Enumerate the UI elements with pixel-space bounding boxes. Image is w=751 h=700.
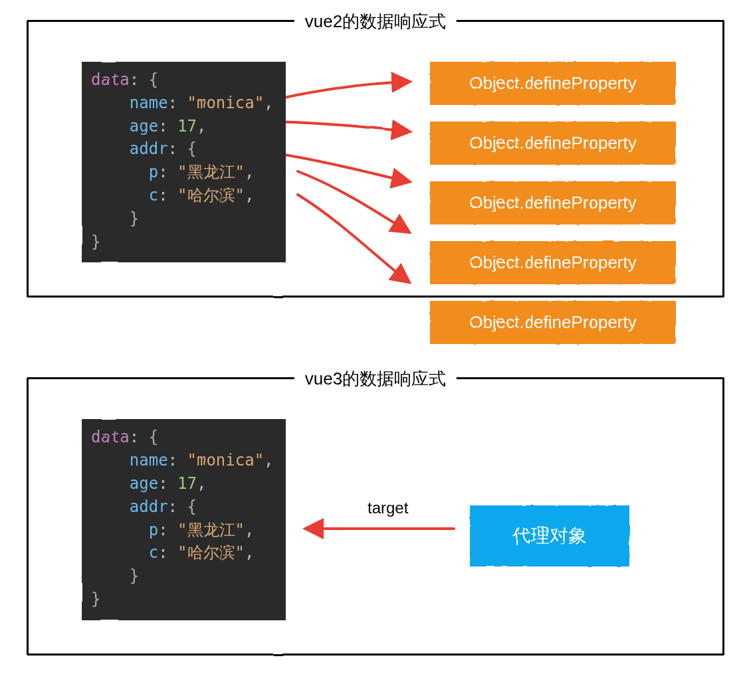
code-key: data xyxy=(91,428,130,446)
code-prop: addr xyxy=(130,139,168,158)
code-num: 17 xyxy=(177,117,197,135)
vue2-code: data: { name: "monica", age: 17, addr: {… xyxy=(82,62,286,262)
code-key: data xyxy=(91,70,130,89)
define-property-box: Object.defineProperty xyxy=(430,181,676,224)
vue2-body: data: { name: "monica", age: 17, addr: {… xyxy=(29,22,722,296)
code-str: "哈尔滨" xyxy=(177,186,245,205)
code-str: "哈尔滨" xyxy=(177,543,245,562)
code-prop: name xyxy=(130,94,168,112)
vue3-panel: vue3的数据响应式 data: { name: "monica", age: … xyxy=(27,377,724,655)
code-prop: age xyxy=(130,117,158,135)
proxy-object-box: 代理对象 xyxy=(470,505,629,567)
code-str: "monica" xyxy=(187,451,265,470)
code-num: 17 xyxy=(177,474,197,493)
vue3-code: data: { name: "monica", age: 17, addr: {… xyxy=(82,419,286,620)
define-property-box: Object.defineProperty xyxy=(430,301,676,344)
code-prop: name xyxy=(130,451,168,470)
code-prop: age xyxy=(130,474,158,493)
code-str: "黑龙江" xyxy=(177,163,245,181)
target-label: target xyxy=(368,499,408,517)
code-prop: p xyxy=(149,521,158,539)
define-property-box: Object.defineProperty xyxy=(430,122,676,165)
define-boxes: Object.defineProperty Object.definePrope… xyxy=(430,62,676,344)
define-property-box: Object.defineProperty xyxy=(430,241,676,284)
code-str: "monica" xyxy=(187,94,265,112)
code-prop: c xyxy=(149,186,158,205)
code-prop: c xyxy=(149,543,158,562)
code-prop: addr xyxy=(130,497,168,516)
define-property-box: Object.defineProperty xyxy=(430,62,676,105)
vue2-panel: vue2的数据响应式 data: { name: "monica", age: … xyxy=(27,20,724,298)
code-prop: p xyxy=(149,163,158,181)
vue3-body: data: { name: "monica", age: 17, addr: {… xyxy=(29,379,722,653)
code-str: "黑龙江" xyxy=(177,521,245,539)
